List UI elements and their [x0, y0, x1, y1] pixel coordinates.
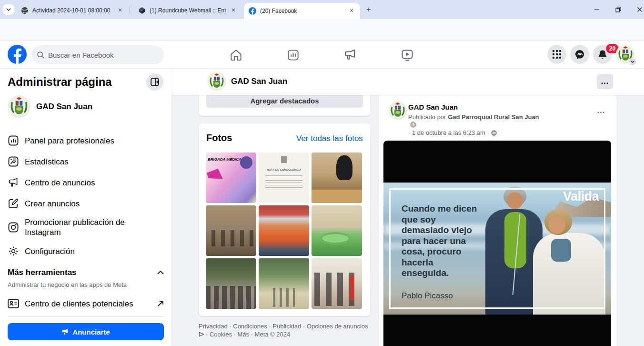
tab-roundcube[interactable]: (1) Roundcube Webmail :: Entra ×	[133, 3, 242, 17]
globe-favicon	[21, 7, 29, 14]
contact-card-icon	[8, 298, 19, 309]
tab-close-icon[interactable]: ×	[348, 7, 355, 15]
photo-thumbnail-boat-life-jackets[interactable]	[259, 205, 309, 256]
advertise-button[interactable]: Anunciarte	[8, 323, 164, 340]
nav-video-tab[interactable]	[394, 46, 421, 63]
sidebar-panel-icon	[151, 78, 159, 86]
photo-text: BRIGADA MEDICA	[208, 157, 242, 162]
page-header-more-button[interactable]: ...	[597, 74, 613, 89]
sidebar-item-boost-instagram[interactable]: Promocionar publicación de Instagram	[8, 214, 164, 241]
chevron-down-icon	[6, 8, 11, 11]
admin-sidebar: Administrar página GAD San Juan Panel pa…	[0, 68, 171, 346]
nav-home-tab[interactable]	[222, 46, 249, 63]
post-byline: Publicado por Gad Parroquial Rural San J…	[408, 113, 539, 121]
tab-strip: Actividad 2024-10-01 08:00:00 × (1) Roun…	[0, 0, 644, 19]
page-crest-avatar[interactable]	[207, 72, 226, 91]
post-byline-prefix: Publicado por	[408, 113, 448, 121]
close-icon	[637, 7, 643, 12]
tab-facebook-active[interactable]: (20) Facebook ×	[244, 3, 360, 19]
photo-thumbnail-brigada-medica[interactable]: BRIGADA MEDICA	[206, 153, 256, 203]
minimize-icon	[594, 7, 600, 12]
insights-icon	[8, 156, 19, 167]
apps-menu-button[interactable]	[547, 45, 566, 64]
sidebar-title: Administrar página	[8, 75, 112, 89]
sidebar-item-create-ads[interactable]: Crear anuncios	[8, 193, 164, 214]
tab-close-icon[interactable]: ×	[116, 7, 124, 14]
sidebar-item-label: Centro de clientes potenciales	[25, 299, 133, 309]
page-sticky-header: GAD San Juan	[171, 68, 644, 95]
nav-ads-tab[interactable]	[337, 46, 363, 63]
tab-title: (1) Roundcube Webmail :: Entra	[150, 7, 226, 14]
post-byline-page[interactable]: Gad Parroquial Rural San Juan	[448, 113, 539, 121]
sidebar-item-professional-dashboard[interactable]: Panel para profesionales	[8, 130, 164, 151]
more-tools-title: Más herramientas	[8, 268, 77, 277]
photo-thumbnail-indoor-greeting[interactable]	[312, 258, 362, 309]
facebook-logo[interactable]	[8, 45, 27, 64]
sidebar-item-settings[interactable]: Configuración	[8, 241, 164, 262]
photo-thumbnail-condolencia[interactable]: NOTA DE CONDOLENCIA	[259, 153, 309, 203]
window-restore-button[interactable]	[611, 4, 625, 15]
external-link-icon	[157, 300, 164, 307]
browser-toolbar: facebook.com/profile.php?id=100068900902…	[0, 19, 644, 41]
add-featured-button[interactable]: Agregar destacados	[206, 93, 363, 108]
post-author-avatar[interactable]	[388, 101, 407, 120]
chevron-up-icon	[157, 271, 164, 275]
collapse-sidebar-button[interactable]	[146, 73, 163, 91]
sidebar-item-label: Centro de anuncios	[25, 178, 95, 188]
browser-window: Actividad 2024-10-01 08:00:00 × (1) Roun…	[0, 0, 644, 346]
window-close-button[interactable]	[633, 4, 644, 15]
sidebar-item-insights[interactable]: Estadísticas	[8, 151, 164, 172]
footer-line2[interactable]: · Cookies · Más · Meta © 2024	[206, 330, 290, 338]
sidebar-item-leads-center[interactable]: Centro de clientes potenciales	[8, 293, 164, 314]
megaphone-icon	[343, 49, 357, 61]
sidebar-item-label: Configuración	[25, 246, 75, 256]
chevron-down-icon	[631, 61, 634, 63]
adchoices-icon	[199, 332, 204, 337]
quote-text: Cuando me dicen que soy demasiado viejo …	[402, 204, 480, 279]
footer-line1[interactable]: Privacidad · Condiciones · Publicidad · …	[199, 322, 371, 330]
sidebar-item-label: Promocionar publicación de Instagram	[25, 217, 135, 237]
advertise-button-label: Anunciarte	[72, 328, 110, 336]
apps-grid-icon	[553, 50, 561, 59]
more-tools-toggle[interactable]: Más herramientas	[8, 268, 164, 277]
facebook-search[interactable]	[31, 45, 164, 64]
tab-search-button[interactable]	[3, 4, 14, 15]
create-ads-icon	[8, 198, 19, 209]
search-input[interactable]	[48, 51, 148, 59]
tab-close-icon[interactable]: ×	[230, 7, 237, 14]
globe-privacy-icon	[491, 130, 497, 136]
see-all-photos-link[interactable]: Ver todas las fotos	[296, 134, 363, 143]
new-tab-button[interactable]: +	[364, 5, 373, 14]
tab-actividad[interactable]: Actividad 2024-10-01 08:00:00 ×	[16, 3, 129, 17]
beach-photo: Valida Cuando me dicen que soy demasiado…	[383, 183, 611, 315]
sidebar-item-ads-center[interactable]: Centro de anuncios	[8, 172, 164, 193]
post-image[interactable]: Valida Cuando me dicen que soy demasiado…	[383, 141, 611, 346]
nav-insights-tab[interactable]	[280, 46, 306, 63]
sidebar-page-row[interactable]: GAD San Juan	[8, 95, 164, 118]
facebook-favicon	[249, 7, 256, 15]
sidebar-item-label: Panel para profesionales	[25, 136, 114, 146]
messenger-button[interactable]	[570, 45, 589, 64]
restore-icon	[615, 7, 621, 12]
valida-brand-logo: Valida	[563, 189, 599, 204]
sidebar-item-label: Crear anuncios	[25, 199, 80, 209]
question-badge[interactable]: ?	[410, 122, 416, 128]
post-timestamp[interactable]: · 1 de octubre a las 6:23 am ·	[408, 129, 497, 136]
photo-thumbnail-park-path[interactable]	[259, 258, 309, 309]
sidebar-item-label: Estadísticas	[25, 157, 69, 167]
dashboard-icon	[8, 135, 19, 146]
window-minimize-button[interactable]	[590, 4, 604, 15]
quote-attribution: Pablo Picasso	[402, 291, 453, 301]
sidebar-divider	[8, 316, 164, 317]
account-menu-chevron[interactable]	[629, 58, 636, 65]
photo-thumbnail-pavilion-group[interactable]	[206, 205, 256, 256]
photo-thumbnail-model-table[interactable]	[312, 205, 362, 256]
footer-links: Privacidad · Condiciones · Publicidad · …	[199, 322, 371, 338]
bar-chart-icon	[287, 49, 300, 61]
post-more-button[interactable]: ...	[594, 104, 609, 117]
facebook-logo-icon	[8, 45, 27, 64]
photo-grid: BRIGADA MEDICA NOTA DE CONDOLENCIA	[206, 153, 363, 309]
post-author-name[interactable]: GAD San Juan	[408, 103, 458, 111]
photo-thumbnail-sculpture-room[interactable]	[312, 153, 362, 203]
photo-thumbnail-crowd-trees[interactable]	[206, 258, 256, 309]
